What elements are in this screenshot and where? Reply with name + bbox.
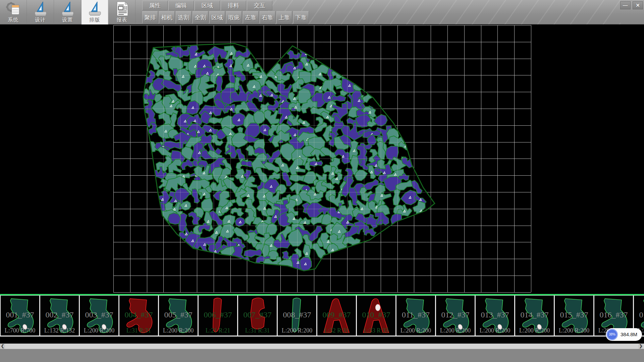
parts-thumbnail-strip[interactable]: 001_#37L:700 R:700002_#37L:132 R:132003_… — [0, 295, 644, 337]
part-name-label: 016_#37 — [594, 310, 633, 319]
main-toolbar-item-label: 设置 — [54, 17, 81, 23]
action-button-10[interactable]: 下靠 — [293, 11, 309, 23]
memory-usage-value: 384.8M — [621, 328, 637, 341]
part-lr-count-label: L:200 R:200 — [515, 327, 554, 334]
part-lr-count-label: L:200 R:200 — [396, 327, 435, 334]
part-lr-count-label: L:33 R:33 — [357, 327, 395, 334]
part-name-label: 011_#37 — [396, 310, 435, 319]
part-name-label: 001_#37 — [1, 310, 39, 319]
main-toolbar-item-2[interactable]: 设计 — [27, 0, 54, 24]
part-lr-count-label: L:200 R:200 — [80, 327, 118, 334]
design-icon — [33, 1, 48, 16]
part-name-label: 005_#37 — [159, 310, 198, 319]
part-thumbnail-011_#37[interactable]: 011_#37L:200 R:200 — [396, 296, 435, 336]
action-button-5[interactable]: 区域 — [209, 11, 225, 23]
part-name-label: 004_#37 — [119, 310, 158, 319]
main-toolbar-item-5[interactable]: 报表 — [109, 0, 136, 24]
scroll-left-arrow-icon[interactable]: ❮ — [0, 344, 5, 349]
menu-tab-2[interactable]: 编辑 — [168, 1, 194, 10]
scroll-right-arrow-icon[interactable]: ❯ — [638, 344, 643, 349]
part-name-label: 017_#37 — [634, 310, 644, 319]
part-name-label: 003_#37 — [80, 310, 118, 319]
main-toolbar-item-4[interactable]: 排版 — [82, 0, 108, 24]
action-button-8[interactable]: 右靠 — [260, 11, 275, 23]
part-name-label: 015_#37 — [555, 310, 593, 319]
part-name-label: 008_#37 — [278, 310, 316, 319]
progress-percent-badge: 38% — [606, 329, 618, 340]
part-thumbnail-009_#37[interactable]: 009_#37L:32 R:31 — [317, 296, 356, 336]
part-lr-count-label: L:32 R:31 — [317, 327, 356, 334]
part-thumbnail-013_#37[interactable]: 013_#37L:200 R:200 — [476, 296, 514, 336]
action-button-2[interactable]: 相机 — [159, 11, 175, 23]
part-name-label: 006_#37 — [199, 310, 237, 319]
part-thumbnail-005_#37[interactable]: 005_#37L:200 R:200 — [159, 296, 198, 336]
main-toolbar-item-1[interactable]: 系统 — [0, 0, 27, 24]
action-button-1[interactable]: 聚排 — [142, 11, 158, 23]
system-icon — [6, 1, 21, 16]
part-thumbnail-015_#37[interactable]: 015_#37L:200 R:200 — [555, 296, 593, 336]
part-thumbnail-001_#37[interactable]: 001_#37L:700 R:700 — [1, 296, 39, 336]
menu-tab-3[interactable]: 区域 — [195, 1, 220, 10]
progress-badge: 38% 384.8M — [606, 328, 642, 341]
part-lr-count-label: L:200 R:200 — [436, 327, 475, 334]
part-name-label: 012_#37 — [436, 310, 475, 319]
main-toolbar: 系统设计设置排版报表 属性编辑区域排料交互 聚排相机选割全割区域瑕疵左靠右靠上靠… — [0, 0, 644, 24]
part-lr-count-label: L:200 R:200 — [555, 327, 593, 334]
menu-tab-row: 属性编辑区域排料交互 — [142, 1, 273, 10]
toolbar-hatch-texture — [268, 0, 621, 24]
part-lr-count-label: L:132 R:132 — [40, 327, 79, 334]
action-button-6[interactable]: 瑕疵 — [226, 11, 242, 23]
action-button-row: 聚排相机选割全割区域瑕疵左靠右靠上靠下靠 — [142, 11, 310, 24]
part-name-label: 009_#37 — [317, 310, 356, 319]
part-thumbnail-007_#37[interactable]: 007_#37L:31 R:31 — [238, 296, 277, 336]
part-thumbnail-004_#37[interactable]: 004_#37L:31 R:31 — [119, 296, 158, 336]
action-button-4[interactable]: 全割 — [193, 11, 208, 23]
part-lr-count-label: L:31 R:31 — [119, 327, 158, 334]
part-thumbnail-003_#37[interactable]: 003_#37L:200 R:200 — [80, 296, 118, 336]
main-toolbar-item-label: 排版 — [82, 17, 108, 23]
minimize-button[interactable]: — — [620, 1, 631, 9]
main-toolbar-item-label: 系统 — [0, 17, 26, 23]
main-toolbar-item-label: 设计 — [27, 17, 54, 23]
part-thumbnail-006_#37[interactable]: 006_#37L:21 R:21 — [199, 296, 237, 336]
action-button-7[interactable]: 左靠 — [243, 11, 259, 23]
part-lr-count-label: L:200 R:200 — [476, 327, 514, 334]
nesting-canvas[interactable] — [0, 24, 644, 294]
main-toolbar-item-label: 报表 — [109, 17, 135, 23]
part-thumbnail-008_#37[interactable]: 008_#37L:200 R:200 — [278, 296, 316, 336]
part-name-label: 014_#37 — [515, 310, 554, 319]
part-thumbnail-002_#37[interactable]: 002_#37L:132 R:132 — [40, 296, 79, 336]
action-button-3[interactable]: 选割 — [176, 11, 192, 23]
status-bar — [0, 349, 644, 362]
action-button-9[interactable]: 上靠 — [276, 11, 292, 23]
part-name-label: 007_#37 — [238, 310, 277, 319]
part-lr-count-label: L:700 R:700 — [1, 327, 39, 334]
part-thumbnail-010_#37[interactable]: 010_#37L:33 R:33 — [357, 296, 395, 336]
part-name-label: 013_#37 — [476, 310, 514, 319]
window-controls: — ✕ — [620, 1, 643, 9]
menu-tab-5[interactable]: 交互 — [247, 1, 272, 10]
part-name-label: 002_#37 — [40, 310, 79, 319]
report-icon — [114, 1, 130, 16]
part-lr-count-label: L:21 R:21 — [199, 327, 237, 334]
settings-icon — [60, 1, 75, 16]
part-thumbnail-014_#37[interactable]: 014_#37L:200 R:200 — [515, 296, 554, 336]
part-lr-count-label: L:200 R:200 — [278, 327, 316, 334]
part-lr-count-label: L:31 R:31 — [238, 327, 277, 334]
main-toolbar-item-3[interactable]: 设置 — [54, 0, 81, 24]
part-name-label: 010_#37 — [357, 310, 395, 319]
part-thumbnail-012_#37[interactable]: 012_#37L:200 R:200 — [436, 296, 475, 336]
nesting-icon — [87, 1, 103, 16]
part-lr-count-label: L:200 R:200 — [159, 327, 198, 334]
menu-tab-4[interactable]: 排料 — [221, 1, 246, 10]
menu-tab-1[interactable]: 属性 — [142, 1, 168, 10]
horizontal-scrollbar[interactable]: ❮ ❯ — [0, 344, 644, 349]
close-button[interactable]: ✕ — [633, 1, 643, 9]
